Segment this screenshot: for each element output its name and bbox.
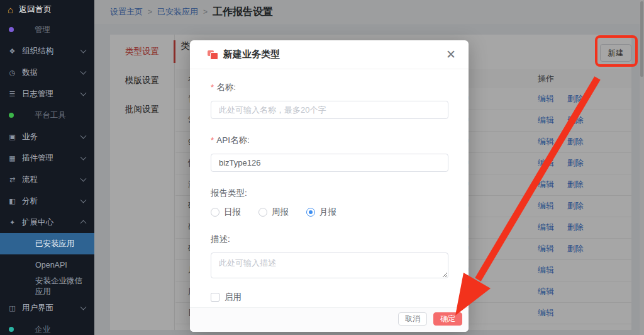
report-type-radio[interactable]: 周报 [258, 207, 289, 218]
sidebar-item[interactable]: ▦ 插件管理 [0, 147, 94, 169]
name-field-label: 名称: [216, 82, 236, 92]
dialog-body: *名称: *API名称: 报告类型: 日报 周报 月报 [190, 69, 469, 307]
sidebar: ⌂ 返回首页 管理 ❖ 组织结构 ◷ 数据 ☰ 日志管理 平台工具 [0, 0, 94, 335]
radio-label: 周报 [272, 207, 289, 218]
sidebar-item-label: OpenAPI [35, 261, 67, 270]
desc-textarea[interactable] [211, 253, 448, 278]
enable-checkbox[interactable]: 启用 [211, 292, 448, 303]
chevron-icon [80, 154, 87, 161]
sidebar-item[interactable]: OpenAPI [0, 254, 94, 276]
sidebar-item-label: 业务 [22, 132, 38, 142]
group-dot-icon [9, 327, 14, 332]
sidebar-item-label: 已安装应用 [35, 239, 75, 249]
new-business-type-dialog: 新建业务类型 ✕ *名称: *API名称: 报告类型: 日报 周报 [190, 40, 469, 332]
log-manage-icon: ☰ [8, 90, 17, 98]
sidebar-item-label: 安装企业微信应用 [35, 276, 87, 297]
required-mark: * [211, 135, 214, 145]
cancel-button[interactable]: 取消 [398, 312, 427, 326]
sidebar-item[interactable]: 企业 [0, 319, 94, 335]
sidebar-item-label: 流程 [22, 174, 38, 185]
sidebar-item[interactable]: ❖ 组织结构 [0, 40, 94, 62]
desc-field-label: 描述: [211, 234, 448, 245]
org-structure-icon: ❖ [8, 47, 17, 55]
sidebar-item[interactable]: 安装企业微信应用 [0, 276, 94, 297]
sidebar-item[interactable]: ☰ 日志管理 [0, 83, 94, 105]
sidebar-item-label: 用户界面 [22, 303, 53, 314]
api-field-label: API名称: [216, 135, 250, 145]
report-type-radio[interactable]: 月报 [306, 207, 336, 218]
enable-label: 启用 [225, 292, 242, 303]
dialog-title: 新建业务类型 [223, 48, 280, 60]
sidebar-item[interactable]: 已安装应用 [0, 233, 94, 254]
name-input[interactable] [211, 101, 448, 119]
radio-icon [258, 208, 267, 217]
report-type-radio[interactable]: 日报 [211, 207, 241, 218]
chevron-icon [80, 197, 87, 203]
radio-label: 月报 [319, 207, 336, 218]
sidebar-item[interactable]: ◷ 数据 [0, 62, 94, 83]
group-dot-icon [9, 27, 14, 32]
sidebar-item[interactable]: ⇄ 流程 [0, 169, 94, 190]
sidebar-item-label: 扩展中心 [22, 217, 53, 228]
home-icon: ⌂ [8, 5, 13, 14]
data-icon: ◷ [8, 69, 17, 77]
radio-icon [306, 208, 315, 217]
group-dot-icon [9, 113, 14, 118]
chevron-icon [80, 304, 87, 310]
business-icon: ▣ [8, 133, 17, 141]
chevron-icon [80, 176, 87, 182]
radio-label: 日报 [224, 207, 241, 218]
checkbox-icon [211, 293, 219, 302]
chevron-icon [80, 47, 87, 54]
sidebar-item[interactable]: ◧ 分析 [0, 190, 94, 212]
sidebar-item-label: 数据 [22, 67, 38, 78]
plugin-manage-icon: ▦ [8, 154, 17, 162]
report-type-label: 报告类型: [211, 188, 448, 199]
close-icon[interactable]: ✕ [446, 48, 456, 60]
sidebar-item-label: 日志管理 [22, 89, 53, 99]
sidebar-item-label: 管理 [35, 25, 50, 35]
confirm-button[interactable]: 确定 [433, 312, 462, 326]
required-mark: * [211, 82, 214, 92]
flow-icon: ⇄ [8, 176, 17, 184]
sidebar-item[interactable]: ▣ 业务 [0, 126, 94, 147]
sidebar-item-label: 企业 [35, 324, 50, 335]
chevron-icon [80, 133, 87, 139]
sidebar-item[interactable]: 管理 [0, 19, 94, 40]
chevron-icon [80, 69, 87, 75]
radio-icon [211, 208, 219, 217]
chevron-icon [80, 220, 87, 226]
sidebar-item-label: 插件管理 [22, 153, 53, 164]
dialog-footer: 取消 确定 [190, 307, 469, 332]
sidebar-item-label: 组织结构 [22, 46, 53, 57]
dialog-copy-icon [208, 50, 217, 59]
sidebar-item[interactable]: 平台工具 [0, 105, 94, 126]
sidebar-item-label: 分析 [22, 196, 38, 207]
sidebar-item[interactable]: ◫ 用户界面 [0, 297, 94, 319]
home-label: 返回首页 [19, 4, 52, 15]
chevron-icon [80, 90, 87, 96]
sidebar-menu: 管理 ❖ 组织结构 ◷ 数据 ☰ 日志管理 平台工具 ▣ 业务 [0, 19, 94, 335]
sidebar-home-link[interactable]: ⌂ 返回首页 [0, 0, 94, 19]
analysis-icon: ◧ [8, 197, 17, 205]
sidebar-item[interactable]: ✦ 扩展中心 [0, 212, 94, 233]
user-interface-icon: ◫ [8, 304, 17, 312]
sidebar-item-label: 平台工具 [35, 110, 66, 121]
api-name-input[interactable] [211, 154, 448, 172]
extension-center-icon: ✦ [8, 219, 17, 227]
